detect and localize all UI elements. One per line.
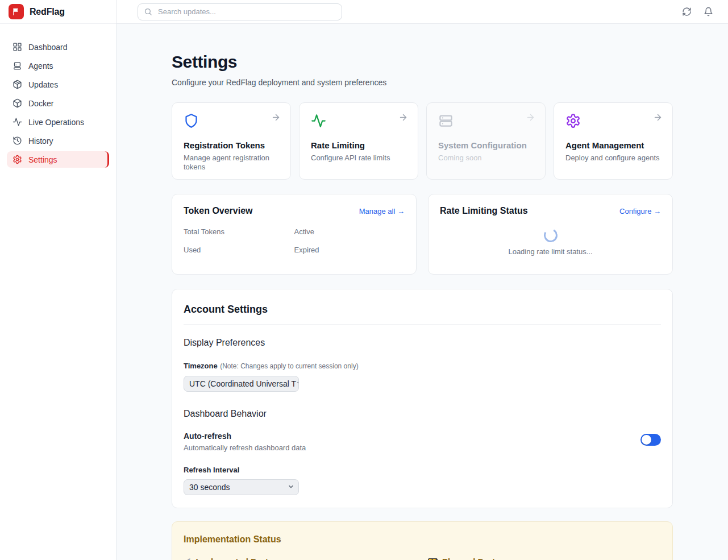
shield-icon xyxy=(184,121,199,130)
sidebar-item-label: Live Operations xyxy=(28,118,84,127)
auto-refresh-desc: Automatically refresh dashboard data xyxy=(184,443,306,452)
token-overview-panel: Token Overview Manage all → Total Tokens… xyxy=(172,194,417,275)
page-subtitle: Configure your RedFlag deployment and sy… xyxy=(172,78,673,87)
auto-refresh-toggle[interactable] xyxy=(640,434,661,446)
page-title: Settings xyxy=(172,52,673,72)
refresh-interval-field: Refresh Interval 30 seconds xyxy=(184,466,661,495)
token-stats: Total Tokens Active Used Expired xyxy=(184,227,405,254)
spinner-icon xyxy=(542,227,559,243)
dashboard-grid-icon xyxy=(13,42,22,52)
card-desc: Deploy and configure agents xyxy=(565,154,661,163)
main-area: Settings Configure your RedFlag deployme… xyxy=(117,0,728,560)
display-preferences-heading: Display Preferences xyxy=(184,338,661,348)
search-input[interactable] xyxy=(157,7,336,16)
card-agent-management[interactable]: Agent Management Deploy and configure ag… xyxy=(554,102,673,180)
chevron-down-icon xyxy=(288,483,294,492)
toggle-knob xyxy=(642,435,651,445)
planned-features-column: Planned Features System configuration ma… xyxy=(428,557,661,560)
manage-all-link[interactable]: Manage all → xyxy=(359,207,405,215)
card-rate-limiting[interactable]: Rate Limiting Configure API rate limits xyxy=(299,102,418,180)
arrow-right-icon xyxy=(271,113,281,125)
gear-icon xyxy=(565,121,581,130)
timezone-label: Timezone xyxy=(184,362,218,370)
configure-link[interactable]: Configure → xyxy=(619,207,661,215)
sidebar-item-settings[interactable]: Settings xyxy=(7,151,109,168)
auto-refresh-label: Auto-refresh xyxy=(184,432,306,441)
chevron-down-icon xyxy=(296,379,299,388)
server-icon xyxy=(438,121,454,130)
stat-used: Used xyxy=(184,246,294,254)
implementation-status-card: Implementation Status ✔ Implemented Feat… xyxy=(172,521,673,560)
implemented-features-heading: Implemented Features xyxy=(195,557,286,560)
implemented-features-column: ✔ Implemented Features Registration toke… xyxy=(184,557,417,560)
sidebar-nav: Dashboard Agents Updates Docker Live Ope… xyxy=(0,24,116,182)
redflag-logo-icon xyxy=(9,4,24,19)
loading-indicator: Loading rate limit status... xyxy=(440,227,661,256)
card-desc: Coming soon xyxy=(438,154,534,163)
sidebar-item-label: Settings xyxy=(28,155,57,164)
overview-panels: Token Overview Manage all → Total Tokens… xyxy=(172,194,673,275)
card-desc: Manage agent registration tokens xyxy=(184,154,279,172)
loading-text: Loading rate limit status... xyxy=(508,247,592,256)
package-icon xyxy=(13,80,22,89)
rate-limiting-status-panel: Rate Limiting Status Configure → Loading… xyxy=(428,194,673,275)
app-window: RedFlag Dashboard Agents Updates Docker … xyxy=(0,0,728,560)
sidebar-item-live-operations[interactable]: Live Operations xyxy=(7,114,109,130)
refresh-icon xyxy=(682,7,692,16)
gear-icon xyxy=(13,155,22,164)
sidebar-item-label: Dashboard xyxy=(28,43,68,52)
card-registration-tokens[interactable]: Registration Tokens Manage agent registr… xyxy=(172,102,291,180)
sidebar-item-label: History xyxy=(28,136,53,146)
activity-icon xyxy=(311,121,326,130)
panel-title: Rate Limiting Status xyxy=(440,206,528,216)
refresh-interval-value: 30 seconds xyxy=(189,483,230,492)
sidebar-item-docker[interactable]: Docker xyxy=(7,95,109,111)
sidebar-item-agents[interactable]: Agents xyxy=(7,57,109,74)
account-settings-title: Account Settings xyxy=(184,304,661,325)
refresh-interval-select[interactable]: 30 seconds xyxy=(184,479,299,495)
activity-icon xyxy=(13,117,22,127)
sidebar-item-label: Docker xyxy=(28,99,53,108)
sidebar-item-dashboard[interactable]: Dashboard xyxy=(7,39,109,55)
card-system-configuration: System Configuration Coming soon xyxy=(426,102,546,180)
stat-expired: Expired xyxy=(294,246,405,254)
card-title: Agent Management xyxy=(565,140,661,150)
auto-refresh-row: Auto-refresh Automatically refresh dashb… xyxy=(184,432,661,452)
topbar-actions xyxy=(682,7,713,16)
sidebar-item-history[interactable]: History xyxy=(7,132,109,149)
stat-total-tokens: Total Tokens xyxy=(184,227,294,236)
timezone-field: Timezone (Note: Changes apply to current… xyxy=(184,360,661,392)
timezone-select-value: UTC (Coordinated Universal T xyxy=(189,379,296,388)
card-title: Registration Tokens xyxy=(184,140,279,150)
stat-active: Active xyxy=(294,227,405,236)
search-box[interactable] xyxy=(138,3,342,20)
refresh-button[interactable] xyxy=(682,7,692,16)
arrow-right-icon xyxy=(653,113,663,125)
implementation-status-title: Implementation Status xyxy=(184,534,661,545)
check-icon: ✔ xyxy=(184,557,191,560)
timezone-select[interactable]: UTC (Coordinated Universal T xyxy=(184,376,299,392)
planned-features-heading: Planned Features xyxy=(442,557,513,560)
panel-title: Token Overview xyxy=(184,206,253,216)
dashboard-behavior-heading: Dashboard Behavior xyxy=(184,409,661,419)
arrow-right-icon xyxy=(526,113,535,125)
sidebar-item-label: Updates xyxy=(28,80,58,89)
search-icon xyxy=(144,7,152,16)
arrow-right-icon xyxy=(398,113,408,125)
bell-icon xyxy=(704,7,713,16)
account-settings-card: Account Settings Display Preferences Tim… xyxy=(172,289,673,508)
sidebar: RedFlag Dashboard Agents Updates Docker … xyxy=(0,0,117,560)
refresh-interval-label: Refresh Interval xyxy=(184,466,661,474)
topbar xyxy=(117,0,728,24)
history-clock-icon xyxy=(13,136,22,146)
box-icon xyxy=(13,98,22,108)
card-title: System Configuration xyxy=(438,140,534,150)
notifications-button[interactable] xyxy=(704,7,713,16)
card-desc: Configure API rate limits xyxy=(311,154,406,163)
construction-icon xyxy=(428,558,438,560)
brand-name: RedFlag xyxy=(30,7,65,17)
sidebar-item-updates[interactable]: Updates xyxy=(7,76,109,93)
card-title: Rate Limiting xyxy=(311,140,406,150)
content-area: Settings Configure your RedFlag deployme… xyxy=(117,24,728,560)
sidebar-item-label: Agents xyxy=(28,61,53,70)
